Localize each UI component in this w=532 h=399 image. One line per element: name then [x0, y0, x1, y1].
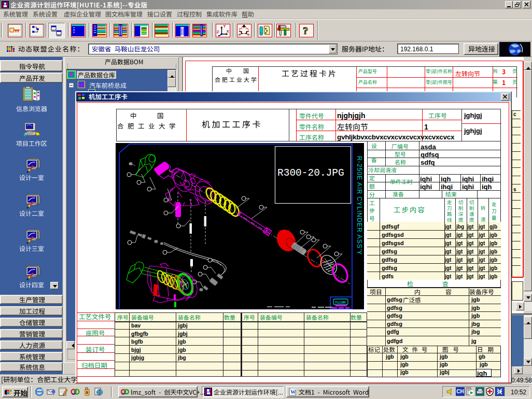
svg-text:?: ? [303, 25, 308, 36]
svg-text:X: X [227, 29, 229, 34]
svg-text:W: W [290, 389, 296, 395]
svg-text:R300-20.JPG: R300-20.JPG [277, 167, 344, 179]
svg-text:R-250E AIR CYLINDER ASS'Y: R-250E AIR CYLINDER ASS'Y [356, 156, 363, 255]
svg-text:PULSAIR: PULSAIR [335, 301, 346, 304]
svg-text:Y: Y [223, 24, 226, 28]
svg-text:Z: Z [217, 30, 219, 34]
